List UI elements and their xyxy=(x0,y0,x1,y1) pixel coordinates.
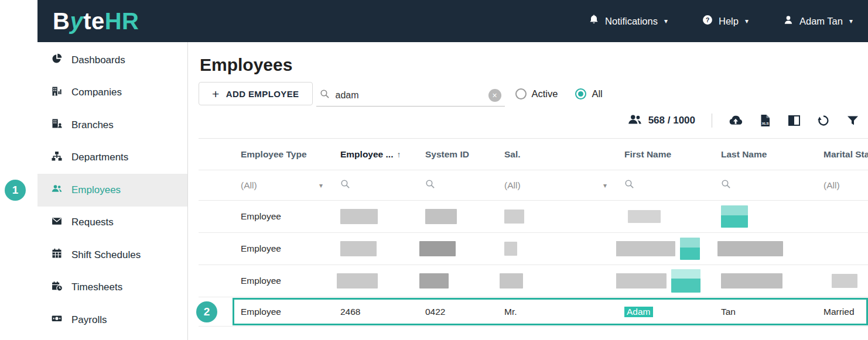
header-last-name[interactable]: Last Name xyxy=(713,149,815,160)
chevron-down-icon: ▾ xyxy=(745,18,749,25)
sal-cell xyxy=(496,273,616,289)
sidebar-item-employees[interactable]: Employees xyxy=(37,174,187,207)
employee-no-cell: 2468 xyxy=(332,307,417,317)
svg-text:XLS: XLS xyxy=(762,121,769,125)
column-chooser-icon[interactable] xyxy=(787,114,801,128)
header-employee-type[interactable]: Employee Type xyxy=(233,149,332,160)
chevron-down-icon: ▾ xyxy=(319,182,323,189)
radio-all[interactable]: All xyxy=(575,88,602,99)
filter-last-name-search[interactable] xyxy=(713,179,815,191)
refresh-icon[interactable] xyxy=(816,114,831,128)
filter-marital-status-select[interactable]: (All) xyxy=(815,180,868,191)
sidebar-item-requests[interactable]: Requests xyxy=(37,207,187,239)
employee-type-cell: Employee xyxy=(233,276,332,286)
user-menu[interactable]: Adam Tan ▾ xyxy=(782,14,853,28)
branch-icon xyxy=(51,118,63,132)
marital-status-cell xyxy=(815,274,868,288)
header-employee-no[interactable]: Employee ... ↑ xyxy=(332,149,417,160)
redacted-data xyxy=(717,241,783,256)
redacted-match-data xyxy=(721,205,748,228)
notifications-label: Notifications xyxy=(605,16,658,27)
filter-all-value: (All) xyxy=(504,180,521,191)
search-match-highlight: Adam xyxy=(624,307,653,317)
table-row[interactable]: Employee xyxy=(199,265,868,297)
redacted-data xyxy=(628,210,661,223)
filter-all-value: (All) xyxy=(823,180,840,191)
sort-ascending-icon: ↑ xyxy=(397,150,401,159)
radio-circle-icon xyxy=(575,88,586,99)
chevron-down-icon: ▾ xyxy=(849,18,853,25)
bytehr-logo[interactable]: ByteHR xyxy=(53,8,139,35)
radio-all-label: All xyxy=(592,88,602,99)
employee-type-cell: Employee xyxy=(233,243,332,254)
search-box: × xyxy=(316,84,505,107)
system-id-cell: 0422 xyxy=(417,307,496,317)
svg-text:?: ? xyxy=(706,16,710,23)
redacted-data xyxy=(504,242,517,256)
sidebar-item-departments[interactable]: Departments xyxy=(37,142,187,174)
notifications-menu[interactable]: Notifications ▾ xyxy=(588,14,668,28)
filter-all-value: (All) xyxy=(241,180,257,191)
filter-sal-select[interactable]: (All) ▾ xyxy=(496,180,616,191)
help-menu[interactable]: ? Help ▾ xyxy=(702,14,749,28)
first-name-cell: Adam xyxy=(616,307,713,317)
redacted-data xyxy=(721,273,782,289)
employee-no-cell xyxy=(332,241,417,256)
org-chart-icon xyxy=(51,150,63,165)
search-icon xyxy=(340,181,350,191)
filter-system-id-search[interactable] xyxy=(417,179,496,191)
filter-first-name-search[interactable] xyxy=(616,179,713,191)
header-sal[interactable]: Sal. xyxy=(496,149,616,160)
first-name-cell xyxy=(616,210,713,223)
sidebar-item-label: Payrolls xyxy=(71,314,107,326)
bell-icon xyxy=(588,14,600,28)
sidebar-item-dashboards[interactable]: Dashboards xyxy=(37,44,187,77)
export-xls-icon[interactable]: XLS xyxy=(758,114,772,128)
help-icon: ? xyxy=(702,14,713,28)
search-input[interactable] xyxy=(336,90,488,101)
redacted-data xyxy=(340,241,377,256)
first-name-cell xyxy=(616,269,713,293)
sidebar-item-payrolls[interactable]: Payrolls xyxy=(37,304,187,336)
sidebar-item-shift-schedules[interactable]: Shift Schedules xyxy=(37,239,187,272)
header-first-name[interactable]: First Name xyxy=(616,149,713,160)
redacted-data xyxy=(419,273,449,289)
employees-table: Employee Type Employee ... ↑ System ID S… xyxy=(199,138,868,327)
redacted-data xyxy=(425,209,457,224)
filter-employee-type-select[interactable]: (All) ▾ xyxy=(233,180,332,191)
header-marital-status[interactable]: Marital Sta xyxy=(815,149,868,160)
system-id-cell xyxy=(417,209,496,224)
app-window: ByteHR Notifications ▾ ? Help ▾ xyxy=(37,0,868,340)
header-system-id[interactable]: System ID xyxy=(417,149,496,160)
employee-no-cell xyxy=(332,209,417,224)
header-employee-no-label: Employee ... xyxy=(340,149,393,160)
sidebar-item-timesheets[interactable]: Timesheets xyxy=(37,272,187,304)
sidebar-item-companies[interactable]: Companies xyxy=(37,77,187,109)
sidebar-item-branches[interactable]: Branches xyxy=(37,109,187,142)
last-name-cell xyxy=(713,241,815,256)
table-row[interactable]: Employee xyxy=(199,233,868,265)
radio-active-label: Active xyxy=(532,88,558,99)
filter-icon[interactable] xyxy=(846,114,860,128)
sidebar-item-label: Shift Schedules xyxy=(71,249,141,261)
page-title: Employees xyxy=(200,55,868,75)
sal-cell xyxy=(496,242,616,256)
employee-type-cell: Employee xyxy=(233,307,332,317)
dashboard-icon xyxy=(51,53,63,67)
cloud-upload-icon[interactable] xyxy=(729,114,743,128)
redacted-data xyxy=(500,273,523,289)
filter-employee-no-search[interactable] xyxy=(332,179,417,191)
redacted-data xyxy=(616,241,675,256)
calendar-icon xyxy=(51,248,63,262)
banknote-icon xyxy=(51,312,63,327)
add-employee-label: ADD EMPLOYEE xyxy=(226,89,299,99)
add-employee-button[interactable]: + ADD EMPLOYEE xyxy=(199,82,313,105)
sal-cell xyxy=(496,210,616,224)
clear-search-icon[interactable]: × xyxy=(488,89,501,102)
annotation-badge-2: 2 xyxy=(196,301,217,322)
topbar-actions: Notifications ▾ ? Help ▾ Adam Tan ▾ xyxy=(588,14,853,28)
table-row-adam-tan[interactable]: 2 Employee 2468 0422 Mr. Adam Tan Marrie… xyxy=(199,297,868,327)
redacted-match-data xyxy=(671,269,700,293)
radio-active[interactable]: Active xyxy=(515,88,558,99)
table-row[interactable]: Employee xyxy=(199,201,868,233)
